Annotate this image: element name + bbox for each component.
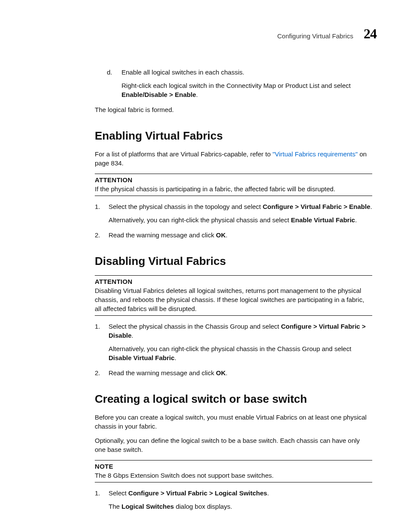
s3-step1: 1. Select Configure > Virtual Fabric > L… — [95, 488, 372, 498]
attention-label: ATTENTION — [95, 175, 372, 184]
text: . — [226, 231, 227, 239]
text: The — [109, 503, 121, 510]
step-body: Select the physical chassis in the Chass… — [109, 322, 372, 340]
s2-step1-alt: Alternatively, you can right-click the p… — [109, 344, 372, 362]
text: Read the warning message and click — [109, 369, 216, 376]
bold: Logical Switches — [121, 503, 174, 510]
step-body: Read the warning message and click OK. — [109, 368, 372, 377]
bold: Configure > Virtual Fabric > Logical Swi… — [128, 489, 267, 497]
bold: OK — [216, 369, 226, 376]
text: . — [267, 489, 269, 497]
step-marker: 1. — [95, 488, 103, 498]
text: . — [371, 203, 372, 210]
intro-closing: The logical fabric is formed. — [95, 105, 372, 114]
note-label: NOTE — [95, 462, 372, 471]
text: . — [196, 91, 198, 98]
s1-step1-alt: Alternatively, you can right-click the p… — [109, 215, 372, 224]
step-marker: 1. — [95, 202, 103, 211]
bold: Enable Virtual Fabric — [291, 216, 355, 224]
note-body: The 8 Gbps Extension Switch does not sup… — [95, 471, 372, 480]
step-body: Select the physical chassis in the topol… — [109, 202, 372, 211]
attention-body: Disabling Virtual Fabrics deletes all lo… — [95, 286, 372, 313]
s2-step2: 2. Read the warning message and click OK… — [95, 368, 372, 377]
heading-enabling: Enabling Virtual Fabrics — [95, 128, 372, 143]
step-marker: 2. — [95, 230, 103, 240]
s1-step2: 2. Read the warning message and click OK… — [95, 230, 372, 240]
attention-label: ATTENTION — [95, 277, 372, 286]
s3-step1-alt: The Logical Switches dialog box displays… — [109, 502, 372, 511]
attention-body: If the physical chassis is participating… — [95, 184, 372, 193]
step-body: Read the warning message and click OK. — [109, 230, 372, 240]
text: . — [131, 332, 133, 339]
text: . — [174, 354, 176, 361]
s1-para: For a list of platforms that are Virtual… — [95, 149, 372, 168]
s3-p2: Optionally, you can define the logical s… — [95, 436, 372, 454]
attention-box: ATTENTION If the physical chassis is par… — [95, 174, 372, 196]
text: Read the warning message and click — [109, 231, 216, 239]
s3-p1: Before you can create a logical switch, … — [95, 413, 372, 431]
text: Alternatively, you can right-click the p… — [109, 216, 291, 224]
heading-creating: Creating a logical switch or base switch — [95, 391, 372, 407]
step-text: Enable all logical switches in each chas… — [121, 68, 372, 77]
text: . — [226, 369, 227, 376]
step-d-sub: Right-click each logical switch in the C… — [121, 81, 372, 99]
page-header: Configuring Virtual Fabrics 24 — [34, 26, 377, 42]
text: dialog box displays. — [174, 503, 232, 510]
step-marker: 1. — [95, 322, 103, 340]
page-content: d. Enable all logical switches in each c… — [95, 68, 372, 511]
bold: Configure > Virtual Fabric > Enable — [263, 203, 371, 210]
bold: OK — [216, 231, 226, 239]
text: Right-click each logical switch in the C… — [121, 82, 351, 89]
text: Select the physical chassis in the topol… — [109, 203, 263, 210]
step-marker: d. — [107, 68, 115, 77]
bold: Enable/Disable > Enable — [121, 91, 196, 98]
text: For a list of platforms that are Virtual… — [95, 150, 272, 158]
heading-disabling: Disabling Virtual Fabrics — [95, 253, 372, 269]
attention-box: ATTENTION Disabling Virtual Fabrics dele… — [95, 275, 372, 316]
note-box: NOTE The 8 Gbps Extension Switch does no… — [95, 460, 372, 482]
s2-step1: 1. Select the physical chassis in the Ch… — [95, 322, 372, 340]
step-d: d. Enable all logical switches in each c… — [107, 68, 372, 77]
text: Select — [109, 489, 128, 497]
header-title: Configuring Virtual Fabrics — [277, 32, 353, 40]
s1-step1: 1. Select the physical chassis in the to… — [95, 202, 372, 211]
text: Alternatively, you can right-click the p… — [109, 345, 351, 352]
text: Select the physical chassis in the Chass… — [109, 323, 281, 330]
step-body: Select Configure > Virtual Fabric > Logi… — [109, 488, 372, 498]
link-vf-requirements[interactable]: "Virtual Fabrics requirements" — [272, 150, 358, 158]
step-marker: 2. — [95, 368, 103, 377]
bold: Disable Virtual Fabric — [109, 354, 174, 361]
chapter-number: 24 — [364, 26, 377, 42]
text: . — [355, 216, 357, 224]
